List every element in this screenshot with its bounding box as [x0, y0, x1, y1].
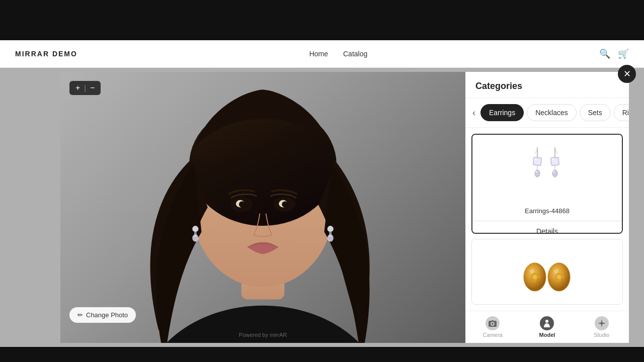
svg-point-35 — [533, 275, 537, 279]
product-card-crystal[interactable]: Earrings-44868 Details — [471, 134, 623, 234]
nav-links: Home Catalog — [309, 50, 368, 58]
zoom-out-button[interactable]: − — [90, 84, 95, 92]
svg-point-13 — [192, 234, 198, 242]
tab-sets[interactable]: Sets — [580, 104, 611, 121]
bottom-black-bar — [0, 347, 644, 362]
tab-necklaces[interactable]: Necklaces — [527, 104, 577, 121]
bottom-nav-model[interactable]: Model — [520, 311, 574, 343]
svg-point-10 — [282, 201, 288, 207]
tab-prev-button[interactable]: ‹ — [470, 106, 477, 120]
svg-point-11 — [192, 226, 198, 232]
nav-catalog[interactable]: Catalog — [343, 50, 367, 58]
product-name-crystal: Earrings-44868 — [472, 205, 622, 221]
tab-earrings[interactable]: Earrings — [480, 104, 524, 121]
svg-point-39 — [557, 275, 561, 279]
categories-title: Categories — [465, 72, 629, 98]
right-panel: Categories ‹ Earrings Necklaces Sets Rin… — [465, 72, 629, 343]
camera-label: Camera — [483, 332, 503, 338]
svg-point-14 — [328, 226, 334, 232]
search-icon[interactable]: 🔍 — [599, 48, 610, 59]
bottom-nav: Camera Model — [465, 311, 629, 343]
camera-icon — [486, 316, 500, 330]
navbar-icons: 🔍 🛒 — [599, 48, 629, 59]
powered-by-text: Powered by mirrAR — [239, 332, 287, 338]
svg-point-16 — [328, 234, 334, 242]
svg-point-28 — [535, 170, 540, 177]
zoom-in-button[interactable]: + — [75, 84, 80, 92]
product-card-gold[interactable] — [471, 239, 623, 305]
photo-area: + | − ✏ Change Photo Powered by mirrAR — [60, 72, 465, 343]
svg-point-9 — [239, 201, 245, 207]
studio-label: Studio — [594, 332, 609, 338]
svg-point-32 — [553, 171, 555, 173]
site-area: MIRRAR DEMO Home Catalog 🔍 🛒 ✕ — [0, 40, 644, 347]
nav-home[interactable]: Home — [309, 50, 328, 58]
change-photo-button[interactable]: ✏ Change Photo — [69, 307, 136, 323]
category-tabs: ‹ Earrings Necklaces Sets Rings › — [465, 98, 629, 128]
top-black-bar — [0, 0, 644, 40]
products-list: Earrings-44868 Details — [465, 128, 629, 311]
model-image — [60, 72, 465, 343]
bottom-nav-camera[interactable]: Camera — [465, 311, 520, 343]
product-image-crystal — [472, 135, 622, 205]
svg-point-29 — [535, 171, 537, 173]
bottom-nav-studio[interactable]: Studio — [575, 311, 629, 343]
close-button[interactable]: ✕ — [618, 65, 636, 83]
tab-rings[interactable]: Rings — [614, 104, 629, 121]
pencil-icon: ✏ — [77, 311, 83, 319]
svg-point-41 — [545, 320, 548, 323]
cart-icon[interactable]: 🛒 — [618, 48, 629, 59]
studio-icon — [595, 316, 609, 330]
content-area: ✕ — [0, 68, 644, 347]
crystal-earrings-svg — [522, 145, 573, 195]
change-photo-label: Change Photo — [86, 311, 128, 319]
product-image-gold — [472, 239, 622, 305]
svg-point-31 — [552, 170, 557, 177]
model-icon — [540, 316, 554, 330]
zoom-controls: + | − — [69, 81, 101, 95]
model-label: Model — [539, 332, 555, 338]
navbar: MIRRAR DEMO Home Catalog 🔍 🛒 — [0, 40, 644, 68]
gold-earrings-svg — [520, 252, 575, 297]
brand-logo: MIRRAR DEMO — [15, 50, 77, 58]
zoom-divider: | — [84, 84, 86, 92]
modal-panel: ✕ — [60, 72, 629, 343]
details-button-crystal[interactable]: Details — [472, 221, 622, 234]
